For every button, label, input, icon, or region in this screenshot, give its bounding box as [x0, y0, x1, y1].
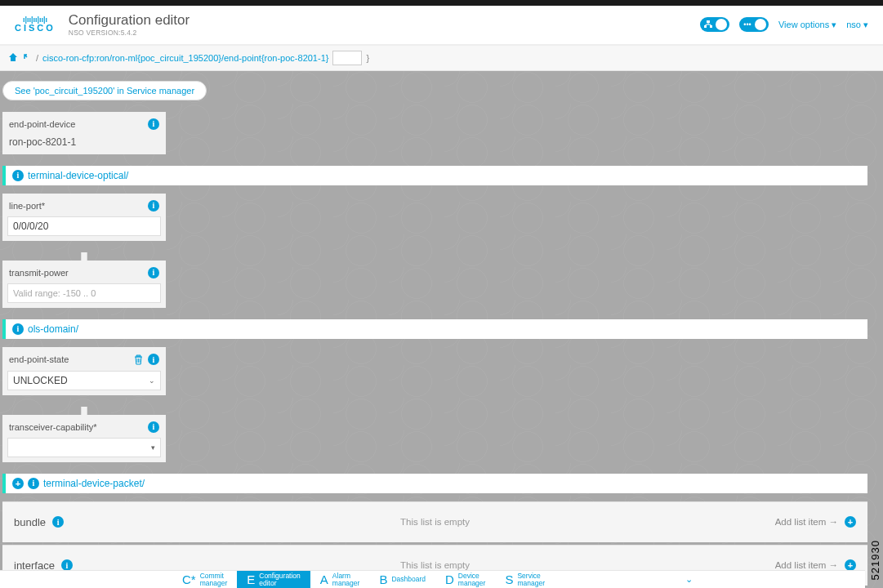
- svg-rect-2: [710, 25, 712, 28]
- breadcrumb-path[interactable]: cisco-ron-cfp:ron/ron-ml{poc_circuit_195…: [42, 53, 328, 63]
- info-icon[interactable]: i: [148, 200, 159, 212]
- breadcrumb-close-brace: }: [366, 53, 369, 63]
- panel-divider: [2, 407, 166, 415]
- info-icon[interactable]: i: [12, 323, 24, 335]
- label-endpoint-device: end-point-device: [9, 119, 75, 129]
- add-icon: +: [845, 516, 856, 528]
- more-toggle[interactable]: •••: [739, 17, 769, 32]
- nav-commit-manager[interactable]: C* Commit manager: [172, 571, 237, 588]
- select-endpoint-state[interactable]: UNLOCKED ⌄: [7, 371, 161, 390]
- panel-divider: [2, 252, 166, 261]
- value-endpoint-device: ron-poc-8201-1: [7, 135, 161, 149]
- input-line-port[interactable]: [7, 216, 161, 236]
- list-name: bundle: [14, 516, 46, 528]
- view-options-dropdown[interactable]: View options ▾: [778, 20, 836, 30]
- breadcrumb-input[interactable]: [332, 51, 362, 65]
- list-empty-text: This list is empty: [400, 560, 470, 570]
- trash-icon[interactable]: [132, 354, 145, 366]
- panel-endpoint-device: end-point-device i ron-poc-8201-1: [2, 112, 166, 154]
- svg-rect-0: [707, 20, 710, 23]
- sitemap-icon: [702, 19, 714, 30]
- chevron-down-icon: ⌄: [149, 376, 155, 385]
- nso-version: NSO VERSION:5.4.2: [69, 29, 190, 37]
- nav-dashboard[interactable]: B Dashboard: [369, 571, 435, 588]
- label-endpoint-state: end-point-state: [9, 354, 69, 364]
- section-terminal-device-optical: i terminal-device-optical/: [2, 166, 867, 185]
- main-content: See 'poc_circuit_195200' in Service mana…: [0, 71, 883, 588]
- sitemap-toggle[interactable]: [700, 17, 729, 32]
- link-terminal-device-optical[interactable]: terminal-device-optical/: [28, 170, 128, 181]
- add-list-item-button[interactable]: Add list item → +: [775, 516, 856, 528]
- list-bundle: bundle i This list is empty Add list ite…: [2, 501, 867, 542]
- doc-watermark: 521930: [869, 540, 881, 580]
- chevron-down-icon: ▾: [151, 443, 155, 452]
- nso-user-dropdown[interactable]: nso ▾: [846, 20, 868, 30]
- info-icon[interactable]: i: [148, 118, 159, 130]
- chevron-down-icon[interactable]: ⌄: [685, 574, 693, 585]
- nav-service-manager[interactable]: S Service manager: [495, 571, 555, 588]
- panel-transceiver-capability: transceiver-capability* i ▾: [2, 415, 166, 462]
- app-header: ı|ıı|ıı|ıı|ı CISCO Configuration editor …: [0, 6, 883, 45]
- breadcrumb: / cisco-ron-cfp:ron/ron-ml{poc_circuit_1…: [0, 45, 883, 71]
- app-logo: ı|ıı|ıı|ıı|ı CISCO: [15, 16, 56, 33]
- add-icon[interactable]: +: [12, 478, 24, 489]
- add-icon: +: [845, 559, 856, 571]
- home-icon[interactable]: [8, 52, 18, 64]
- info-icon[interactable]: i: [148, 267, 159, 278]
- svg-rect-1: [704, 25, 707, 28]
- info-icon[interactable]: i: [148, 354, 159, 365]
- bottom-nav: C* Commit manager E Configuration editor…: [0, 570, 865, 588]
- nav-alarm-manager[interactable]: A Alarm manager: [310, 571, 370, 588]
- info-icon[interactable]: i: [52, 516, 64, 528]
- panel-line-port: line-port* i: [2, 194, 166, 241]
- section-ols-domain: i ols-domain/: [2, 319, 867, 339]
- info-icon[interactable]: i: [12, 170, 24, 181]
- label-transceiver-capability: transceiver-capability*: [9, 422, 97, 432]
- panel-endpoint-state: end-point-state i UNLOCKED ⌄: [2, 347, 166, 395]
- link-terminal-device-packet[interactable]: terminal-device-packet/: [43, 478, 145, 489]
- up-icon[interactable]: [22, 52, 32, 64]
- input-transmit-power[interactable]: [7, 283, 161, 303]
- nav-configuration-editor[interactable]: E Configuration editor: [237, 571, 310, 588]
- select-transceiver-capability[interactable]: ▾: [7, 438, 161, 457]
- list-empty-text: This list is empty: [400, 517, 470, 527]
- add-list-item-button[interactable]: Add list item → +: [775, 559, 856, 571]
- link-ols-domain[interactable]: ols-domain/: [28, 323, 78, 335]
- nav-device-manager[interactable]: D Device manager: [435, 571, 495, 588]
- page-title: Configuration editor: [69, 12, 190, 29]
- label-line-port: line-port*: [9, 201, 45, 211]
- window-chrome-dark: [0, 0, 883, 6]
- service-manager-link[interactable]: See 'poc_circuit_195200' in Service mana…: [2, 81, 207, 100]
- label-transmit-power: transmit-power: [9, 268, 69, 278]
- section-terminal-device-packet: + i terminal-device-packet/: [2, 474, 867, 493]
- info-icon[interactable]: i: [61, 559, 73, 571]
- panel-transmit-power: transmit-power i: [2, 261, 166, 308]
- info-icon[interactable]: i: [148, 421, 159, 433]
- ellipsis-icon: •••: [742, 19, 753, 30]
- info-icon[interactable]: i: [28, 478, 39, 489]
